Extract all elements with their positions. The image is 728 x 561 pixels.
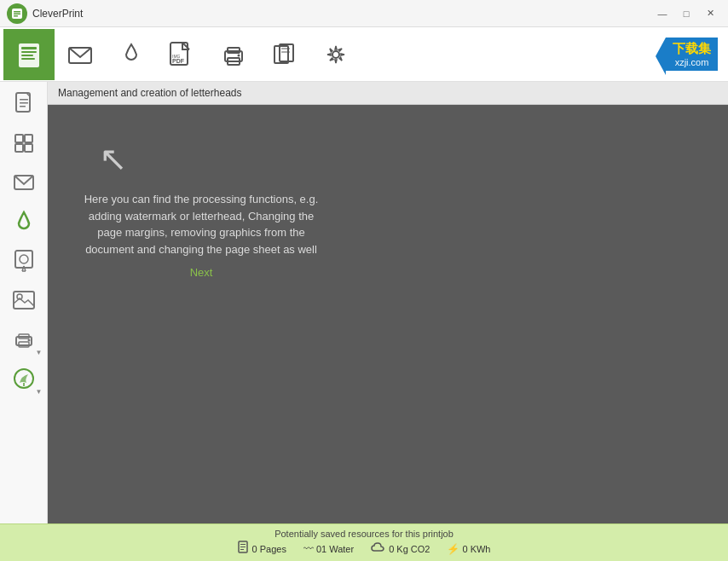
svg-rect-46 bbox=[240, 544, 246, 545]
info-card: ↖ Here you can find the processing funct… bbox=[82, 133, 321, 281]
app-logo bbox=[7, 3, 27, 24]
toolbar-watermark[interactable] bbox=[106, 29, 157, 80]
tooltip-bar: Management and creation of letterheads bbox=[48, 82, 728, 105]
printer-chevron: ▼ bbox=[36, 349, 43, 356]
stat-kwh: ⚡ 0 KWh bbox=[447, 541, 490, 557]
svg-rect-33 bbox=[15, 251, 32, 268]
statusbar-title: Potentially saved resources for this pri… bbox=[274, 529, 454, 539]
svg-rect-26 bbox=[20, 102, 28, 104]
brand-domain: xzji.com bbox=[675, 57, 709, 67]
eco-chevron: ▼ bbox=[36, 388, 43, 396]
svg-text:IMG: IMG bbox=[172, 54, 181, 59]
water-icon: 〰 bbox=[303, 543, 314, 555]
cloud-icon bbox=[371, 542, 386, 555]
svg-line-36 bbox=[24, 266, 26, 271]
stat-co2: 0 Kg CO2 bbox=[371, 541, 430, 557]
svg-point-34 bbox=[20, 255, 28, 263]
stat-co2-value: 0 Kg CO2 bbox=[389, 544, 430, 554]
svg-point-22 bbox=[332, 51, 339, 58]
toolbar-pages[interactable] bbox=[259, 29, 310, 80]
close-button[interactable]: ✕ bbox=[699, 5, 721, 22]
sidebar-item-document[interactable] bbox=[3, 85, 44, 123]
main-layout: ▼ ▼ Management and creation of letterhea… bbox=[0, 82, 728, 523]
info-body: Here you can find the processing functio… bbox=[82, 191, 321, 257]
toolbar-letterhead[interactable] bbox=[3, 29, 55, 80]
statusbar-stats: 0 Pages 〰 01 Water 0 Kg CO2 ⚡ 0 KWh bbox=[238, 541, 491, 557]
brand-dl-text: 下载集 bbox=[673, 41, 711, 57]
sidebar-item-watermark[interactable] bbox=[3, 203, 44, 240]
sidebar-item-badge[interactable] bbox=[3, 242, 44, 280]
app-title: CleverPrint bbox=[32, 8, 651, 20]
svg-rect-2 bbox=[14, 13, 20, 14]
pages-icon bbox=[238, 541, 250, 557]
stat-water-value: 01 Water bbox=[316, 544, 354, 554]
stat-water: 〰 01 Water bbox=[303, 541, 354, 557]
arrow-icon: ↖ bbox=[99, 133, 321, 184]
stat-kwh-value: 0 KWh bbox=[462, 544, 490, 554]
svg-rect-29 bbox=[25, 135, 32, 142]
brand-watermark: 下载集 xzji.com bbox=[666, 38, 718, 71]
svg-rect-48 bbox=[240, 549, 244, 550]
svg-rect-31 bbox=[25, 144, 32, 152]
svg-rect-28 bbox=[15, 135, 23, 142]
stat-pages-value: 0 Pages bbox=[252, 544, 286, 554]
stat-pages: 0 Pages bbox=[238, 541, 286, 557]
minimize-button[interactable]: — bbox=[651, 5, 673, 22]
window-controls: — □ ✕ bbox=[651, 5, 721, 22]
svg-rect-21 bbox=[281, 51, 290, 53]
lightning-icon: ⚡ bbox=[447, 543, 459, 555]
toolbar-pdf[interactable]: PDF IMG bbox=[157, 29, 208, 80]
sidebar-item-printer[interactable]: ▼ bbox=[3, 321, 44, 358]
svg-point-43 bbox=[27, 339, 30, 342]
svg-rect-30 bbox=[15, 144, 23, 152]
svg-rect-8 bbox=[21, 58, 35, 60]
toolbar-settings[interactable] bbox=[310, 29, 361, 80]
svg-rect-1 bbox=[14, 11, 20, 13]
content-area: Management and creation of letterheads ↖… bbox=[48, 82, 728, 523]
svg-rect-6 bbox=[21, 51, 37, 53]
svg-rect-5 bbox=[21, 47, 37, 49]
svg-rect-20 bbox=[281, 48, 290, 49]
sidebar-item-grid[interactable] bbox=[3, 124, 44, 162]
next-link[interactable]: Next bbox=[82, 264, 321, 281]
svg-text:PDF: PDF bbox=[172, 58, 185, 64]
sidebar-item-image[interactable] bbox=[3, 281, 44, 319]
titlebar: CleverPrint — □ ✕ bbox=[0, 0, 728, 27]
svg-rect-3 bbox=[14, 15, 18, 17]
svg-rect-47 bbox=[240, 547, 246, 547]
sidebar: ▼ ▼ bbox=[0, 82, 48, 523]
svg-point-17 bbox=[238, 54, 240, 56]
statusbar: Potentially saved resources for this pri… bbox=[0, 523, 728, 561]
tooltip-text: Management and creation of letterheads bbox=[58, 87, 241, 99]
svg-rect-27 bbox=[20, 106, 26, 107]
sidebar-item-mail[interactable] bbox=[3, 164, 44, 201]
toolbar-envelope[interactable] bbox=[55, 29, 106, 80]
main-toolbar: PDF IMG 下载集 xzji. bbox=[0, 27, 728, 82]
toolbar-print[interactable] bbox=[208, 29, 259, 80]
sidebar-item-eco[interactable]: ▼ bbox=[3, 360, 44, 397]
maximize-button[interactable]: □ bbox=[675, 5, 697, 22]
svg-rect-25 bbox=[20, 99, 28, 101]
svg-rect-7 bbox=[21, 55, 33, 56]
